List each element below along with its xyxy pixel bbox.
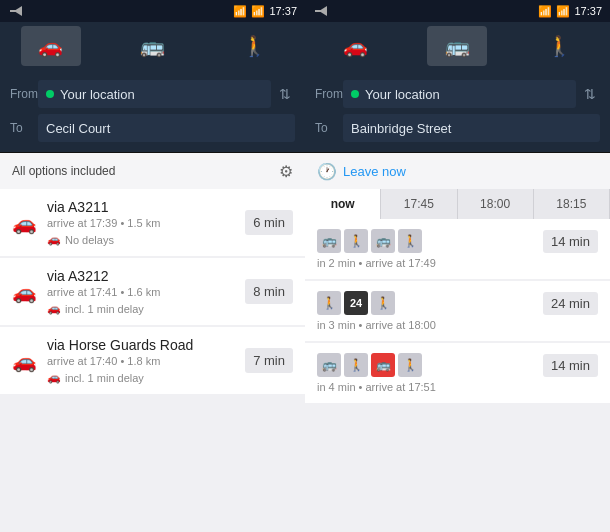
time-tab-1815[interactable]: 18:15 [534, 189, 610, 219]
route-item-1[interactable]: 🚗 via A3212 arrive at 17:41 • 1.6 km 🚗 i… [0, 258, 305, 325]
transit-item-0[interactable]: 🚌 🚶 🚌 🚶 14 min in 2 min • arrive at 17:4… [305, 219, 610, 279]
left-search-fields: From Your location ⇅ To Cecil Court [0, 70, 305, 153]
transit-duration-1: 24 min [543, 292, 598, 315]
delay-car-icon-1: 🚗 [47, 302, 61, 315]
car-route-icon-0: 🚗 [12, 211, 37, 235]
route-list: 🚗 via A3211 arrive at 17:39 • 1.5 km 🚗 N… [0, 189, 305, 532]
right-status-icon [313, 3, 329, 19]
right-location-dot-icon [351, 90, 359, 98]
route-item-2[interactable]: 🚗 via Horse Guards Road arrive at 17:40 … [0, 327, 305, 394]
left-tab-bus[interactable]: 🚌 [122, 26, 182, 66]
transit-icon-bus-red-2: 🚌 [371, 353, 395, 377]
time-tab-now[interactable]: now [305, 189, 381, 219]
route-arrive-0: arrive at 17:39 • 1.5 km [47, 217, 160, 229]
settings-icon[interactable]: ⚙ [279, 162, 293, 181]
left-from-row: From Your location ⇅ [10, 78, 295, 110]
left-to-row: To Cecil Court [10, 112, 295, 144]
right-back-arrow-icon [313, 3, 329, 19]
right-time: 17:37 [574, 5, 602, 17]
route-info-1: via A3212 arrive at 17:41 • 1.6 km 🚗 inc… [47, 268, 160, 315]
time-tab-1800[interactable]: 18:00 [458, 189, 534, 219]
right-to-label: To [315, 121, 343, 135]
transit-icons-1: 🚶 24 🚶 [317, 291, 395, 315]
signal-icon: 📶 [251, 5, 265, 18]
time-tab-1745[interactable]: 17:45 [381, 189, 457, 219]
left-status-bar: 📶 📶 17:37 [0, 0, 305, 22]
right-panel: 📶 📶 17:37 🚗 🚌 🚶 From Your location ⇅ To [305, 0, 610, 532]
transit-icons-2: 🚌 🚶 🚌 🚶 [317, 353, 422, 377]
right-car-tab-icon: 🚗 [343, 34, 368, 58]
left-to-input[interactable]: Cecil Court [38, 114, 295, 142]
route-name-2: via Horse Guards Road [47, 337, 193, 353]
route-item-0[interactable]: 🚗 via A3211 arrive at 17:39 • 1.5 km 🚗 N… [0, 189, 305, 256]
route-arrive-2: arrive at 17:40 • 1.8 km [47, 355, 193, 367]
left-tab-car[interactable]: 🚗 [21, 26, 81, 66]
right-tab-walk[interactable]: 🚶 [529, 26, 589, 66]
right-to-row: To Bainbridge Street [315, 112, 600, 144]
transit-icon-bus-0: 🚌 [317, 229, 341, 253]
right-from-value: Your location [365, 87, 440, 102]
right-walk-tab-icon: 🚶 [547, 34, 572, 58]
right-from-row: From Your location ⇅ [315, 78, 600, 110]
left-from-value: Your location [60, 87, 135, 102]
car-route-icon-2: 🚗 [12, 349, 37, 373]
route-left-1: 🚗 via A3212 arrive at 17:41 • 1.6 km 🚗 i… [12, 268, 160, 315]
route-info-0: via A3211 arrive at 17:39 • 1.5 km 🚗 No … [47, 199, 160, 246]
left-nav-tabs: 🚗 🚌 🚶 [0, 22, 305, 70]
transit-icon-walk-end-2: 🚶 [398, 353, 422, 377]
transit-icon-walk-mid-0: 🚶 [344, 229, 368, 253]
transit-bottom-0: in 2 min • arrive at 17:49 [317, 257, 598, 269]
transit-item-1[interactable]: 🚶 24 🚶 24 min in 3 min • arrive at 18:00 [305, 281, 610, 341]
left-tab-walk[interactable]: 🚶 [224, 26, 284, 66]
left-status-icon [8, 3, 24, 19]
time-tabs: now 17:45 18:00 18:15 [305, 189, 610, 219]
transit-icon-walk-end-1: 🚶 [371, 291, 395, 315]
route-duration-2: 7 min [245, 348, 293, 373]
leave-now-bar: 🕐 Leave now [305, 153, 610, 189]
route-delay-2: 🚗 incl. 1 min delay [47, 371, 193, 384]
clock-icon: 🕐 [317, 162, 337, 181]
wifi-icon: 📶 [233, 5, 247, 18]
right-tab-bus[interactable]: 🚌 [427, 26, 487, 66]
transit-icon-extra-0: 🚶 [398, 229, 422, 253]
left-to-label: To [10, 121, 38, 135]
right-from-input[interactable]: Your location [343, 80, 576, 108]
left-time: 17:37 [269, 5, 297, 17]
walk-tab-icon: 🚶 [242, 34, 267, 58]
location-dot-icon [46, 90, 54, 98]
route-name-0: via A3211 [47, 199, 160, 215]
transit-item-2[interactable]: 🚌 🚶 🚌 🚶 14 min in 4 min • arrive at 17:5… [305, 343, 610, 403]
right-swap-icon[interactable]: ⇅ [580, 84, 600, 104]
transit-icon-walk-mid-2: 🚶 [344, 353, 368, 377]
svg-rect-1 [10, 10, 18, 12]
right-nav-tabs: 🚗 🚌 🚶 [305, 22, 610, 70]
right-status-bar: 📶 📶 17:37 [305, 0, 610, 22]
right-wifi-icon: 📶 [538, 5, 552, 18]
options-text: All options included [12, 164, 115, 178]
right-bus-tab-icon: 🚌 [445, 34, 470, 58]
route-left-2: 🚗 via Horse Guards Road arrive at 17:40 … [12, 337, 193, 384]
transit-top-2: 🚌 🚶 🚌 🚶 14 min [317, 353, 598, 377]
right-to-value: Bainbridge Street [351, 121, 451, 136]
route-duration-1: 8 min [245, 279, 293, 304]
options-bar: All options included ⚙ [0, 153, 305, 189]
back-arrow-icon [8, 3, 24, 19]
left-status-right: 📶 📶 17:37 [233, 5, 297, 18]
right-to-input[interactable]: Bainbridge Street [343, 114, 600, 142]
transit-bottom-2: in 4 min • arrive at 17:51 [317, 381, 598, 393]
delay-car-icon-2: 🚗 [47, 371, 61, 384]
bus-tab-icon: 🚌 [140, 34, 165, 58]
swap-icon[interactable]: ⇅ [275, 84, 295, 104]
leave-now-text[interactable]: Leave now [343, 164, 406, 179]
car-tab-icon: 🚗 [38, 34, 63, 58]
car-route-icon-1: 🚗 [12, 280, 37, 304]
right-tab-car[interactable]: 🚗 [326, 26, 386, 66]
transit-bottom-1: in 3 min • arrive at 18:00 [317, 319, 598, 331]
right-status-right: 📶 📶 17:37 [538, 5, 602, 18]
route-left-0: 🚗 via A3211 arrive at 17:39 • 1.5 km 🚗 N… [12, 199, 160, 246]
left-from-input[interactable]: Your location [38, 80, 271, 108]
delay-car-icon-0: 🚗 [47, 233, 61, 246]
transit-icon-walk-1: 🚶 [317, 291, 341, 315]
route-delay-1: 🚗 incl. 1 min delay [47, 302, 160, 315]
right-signal-icon: 📶 [556, 5, 570, 18]
